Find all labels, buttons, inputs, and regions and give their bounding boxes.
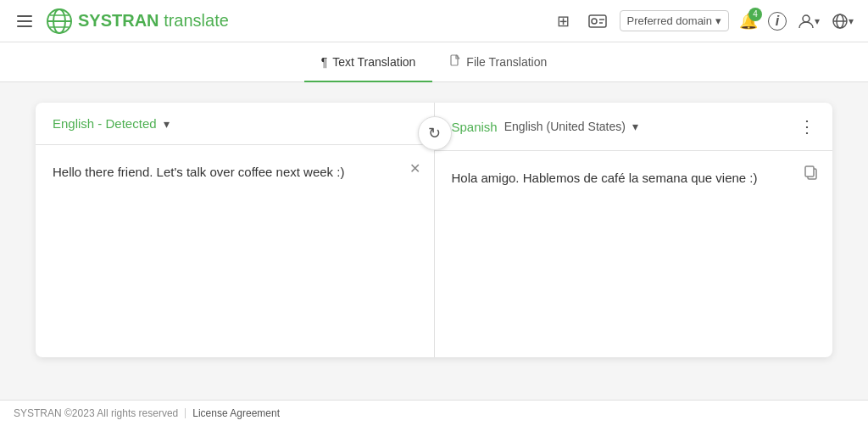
source-language-chevron-icon[interactable]: ▾ (164, 117, 170, 131)
source-text[interactable]: Hello there friend. Let's talk over coff… (53, 162, 417, 182)
user-menu-button[interactable]: ▾ (797, 9, 821, 33)
target-more-options-button[interactable]: ⋮ (798, 116, 815, 137)
notification-bell[interactable]: 🔔 4 (739, 12, 758, 31)
grid-icon[interactable]: ⊞ (552, 9, 576, 33)
tab-file-translation-label: File Translation (466, 55, 547, 69)
target-panel: Spanish English (United States) ▾ ⋮ Hola… (435, 103, 833, 357)
preferred-domain-chevron-icon: ▾ (715, 14, 721, 27)
globe-chevron-icon: ▾ (849, 15, 854, 27)
logo-icon (46, 8, 73, 35)
source-header: English - Detected ▾ (36, 103, 434, 145)
header-right: ⊞ Preferred domain ▾ 🔔 4 i ▾ (552, 9, 854, 33)
svg-rect-13 (451, 55, 458, 65)
user-chevron-icon: ▾ (815, 15, 820, 27)
copy-translation-button[interactable] (804, 165, 819, 183)
translation-card: English - Detected ▾ Hello there friend.… (36, 103, 832, 357)
tab-file-translation[interactable]: File Translation (432, 42, 564, 82)
app-header: SYSTRAN translate ⊞ Preferred domain ▾ 🔔… (0, 0, 868, 42)
file-translation-icon (449, 54, 461, 69)
preferred-domain-button[interactable]: Preferred domain ▾ (620, 10, 729, 31)
logo-text: SYSTRAN translate (78, 11, 229, 31)
preferred-domain-label: Preferred domain (627, 14, 712, 27)
swap-languages-button[interactable]: ↻ (418, 116, 452, 150)
hamburger-menu-button[interactable] (14, 12, 36, 31)
target-language-primary-label: Spanish (452, 120, 498, 134)
target-body: Hola amigo. Hablemos de café la semana q… (435, 151, 833, 357)
source-language-label: English - Detected (53, 116, 157, 131)
id-card-icon[interactable] (586, 9, 609, 33)
svg-point-9 (803, 15, 810, 22)
footer-divider (185, 408, 186, 418)
app-footer: SYSTRAN ©2023 All rights reserved Licens… (0, 400, 868, 426)
logo: SYSTRAN translate (46, 8, 229, 35)
notification-count: 4 (748, 8, 762, 21)
license-agreement-link[interactable]: License Agreement (192, 407, 280, 419)
main-content: English - Detected ▾ Hello there friend.… (0, 82, 868, 400)
target-header: Spanish English (United States) ▾ ⋮ (435, 103, 833, 151)
target-text: Hola amigo. Hablemos de café la semana q… (452, 168, 816, 188)
target-language-chevron-icon[interactable]: ▾ (632, 120, 638, 133)
text-translation-icon: ¶ (321, 55, 328, 69)
source-panel: English - Detected ▾ Hello there friend.… (36, 103, 435, 357)
source-body: Hello there friend. Let's talk over coff… (36, 145, 434, 357)
svg-point-6 (592, 19, 597, 24)
svg-rect-15 (805, 166, 814, 177)
tab-text-translation[interactable]: ¶ Text Translation (304, 42, 433, 82)
tab-text-translation-label: Text Translation (332, 55, 415, 69)
tabs-bar: ¶ Text Translation File Translation (0, 42, 868, 82)
language-globe-button[interactable]: ▾ (831, 9, 854, 33)
clear-text-button[interactable]: ✕ (409, 160, 420, 177)
header-left: SYSTRAN translate (14, 8, 229, 35)
target-language-secondary-label: English (United States) (504, 120, 626, 133)
copyright-text: SYSTRAN ©2023 All rights reserved (14, 407, 178, 419)
info-icon[interactable]: i (768, 12, 787, 31)
